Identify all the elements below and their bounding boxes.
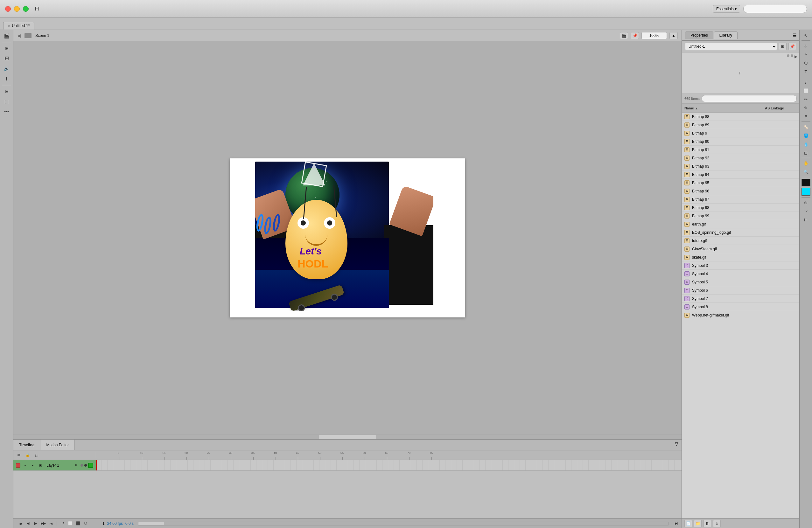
- list-item[interactable]: ⬡Symbol 7: [682, 295, 799, 303]
- first-frame-button[interactable]: ⏮: [17, 520, 24, 527]
- tab-library[interactable]: Library: [714, 31, 738, 39]
- list-item[interactable]: 🖼Bitmap 88: [682, 113, 799, 121]
- dots-icon[interactable]: •••: [1, 107, 12, 116]
- library-delete-button[interactable]: 🗑: [704, 520, 711, 527]
- rect-tool[interactable]: ⬜: [801, 87, 811, 95]
- list-item[interactable]: 🖼EOS_spinning_logo.gif: [682, 229, 799, 237]
- layer-outline-icon[interactable]: ▣: [38, 463, 43, 468]
- list-item[interactable]: 🖼Bitmap 96: [682, 187, 799, 195]
- canvas-horizontal-scrollbar[interactable]: [13, 435, 682, 439]
- layer-eye-icon[interactable]: •: [22, 463, 28, 468]
- eye-toggle-icon[interactable]: 👁: [16, 452, 21, 458]
- text-tool[interactable]: T: [801, 68, 811, 76]
- list-item[interactable]: 🖼Bitmap 95: [682, 179, 799, 187]
- info-icon[interactable]: ℹ: [1, 74, 12, 84]
- panel-expand-icon[interactable]: ▽: [675, 441, 678, 446]
- list-item[interactable]: 🖼future.gif: [682, 237, 799, 245]
- line-tool[interactable]: /: [801, 78, 811, 86]
- library-pin-button[interactable]: 📌: [788, 43, 796, 50]
- outline-icon[interactable]: ⬚: [34, 452, 40, 458]
- grid-icon[interactable]: ⊞: [1, 44, 12, 53]
- deco-tool[interactable]: ⚘: [801, 112, 811, 120]
- playhead[interactable]: [96, 460, 97, 470]
- minimize-button[interactable]: [14, 6, 20, 12]
- loop-button[interactable]: ↺: [59, 520, 66, 527]
- library-document-select[interactable]: Untitled-1: [685, 43, 777, 50]
- back-arrow[interactable]: ◀: [17, 33, 21, 38]
- layer-lock-icon[interactable]: •: [30, 463, 35, 468]
- list-item[interactable]: ⬡Symbol 8: [682, 303, 799, 311]
- list-item[interactable]: 🖼Bitmap 99: [682, 212, 799, 220]
- canvas-viewport[interactable]: Let's HODL: [13, 41, 682, 435]
- global-search-input[interactable]: [743, 5, 807, 13]
- close-button[interactable]: [5, 6, 11, 12]
- list-item[interactable]: 🖼Webp.net-gifmaker.gif: [682, 311, 799, 319]
- transform-icon[interactable]: ⬚: [1, 97, 12, 106]
- tab-properties[interactable]: Properties: [685, 31, 713, 39]
- library-search-input[interactable]: [701, 95, 797, 102]
- zoom-step-up[interactable]: ▲: [669, 32, 678, 39]
- list-item[interactable]: 🖼Bitmap 90: [682, 137, 799, 146]
- list-item[interactable]: 🖼Bitmap 91: [682, 146, 799, 154]
- list-item[interactable]: ⬡Symbol 6: [682, 286, 799, 295]
- camera-icon[interactable]: 🎬: [1, 31, 12, 41]
- brush-tool[interactable]: ✎: [801, 104, 811, 112]
- document-tab[interactable]: × Untitled-1*: [3, 22, 34, 30]
- timeline-scroll-track[interactable]: [138, 522, 669, 526]
- snap-icon[interactable]: ⊟: [1, 87, 12, 96]
- eyedropper-tool[interactable]: 💧: [801, 140, 811, 148]
- tab-timeline[interactable]: Timeline: [13, 440, 40, 450]
- fill-color-swatch[interactable]: [801, 188, 810, 196]
- paint-bucket-tool[interactable]: 🪣: [801, 131, 811, 140]
- transform-tool[interactable]: ⊹: [801, 42, 811, 50]
- snap-to-objects-button[interactable]: ⊕: [801, 199, 811, 207]
- library-new-button[interactable]: 📄: [684, 520, 692, 527]
- select-tool[interactable]: ↖: [801, 31, 811, 40]
- sound-icon[interactable]: 🔊: [1, 64, 12, 73]
- zoom-tool[interactable]: 🔍: [801, 167, 811, 176]
- add-frame-button[interactable]: ⬜: [67, 520, 73, 527]
- list-item[interactable]: 🖼GlowSteem.gif: [682, 245, 799, 253]
- play-button[interactable]: ▶: [32, 520, 39, 527]
- maximize-button[interactable]: [23, 6, 29, 12]
- layer-edit-icon[interactable]: ✏: [73, 463, 79, 468]
- stroke-color-swatch[interactable]: [801, 179, 810, 186]
- library-new-symbol-button[interactable]: ⊞: [779, 43, 786, 50]
- list-item[interactable]: 🖼Bitmap 97: [682, 195, 799, 204]
- timeline-end-button[interactable]: ▶|: [673, 520, 680, 527]
- list-item[interactable]: 🖼Bitmap 89: [682, 121, 799, 129]
- list-item[interactable]: ⬡Symbol 4: [682, 270, 799, 278]
- hand-tool[interactable]: ✋: [801, 159, 811, 167]
- layer-timeline-track[interactable]: [96, 460, 682, 470]
- sort-arrow-icon[interactable]: ▲: [695, 106, 698, 110]
- straighten-button[interactable]: ⊢: [801, 216, 811, 224]
- next-frame-button[interactable]: ▶▶: [40, 520, 46, 527]
- list-item[interactable]: 🖼Bitmap 9: [682, 129, 799, 137]
- add-keyframe-button[interactable]: ⬛: [75, 520, 81, 527]
- prev-frame-button[interactable]: ◀: [25, 520, 31, 527]
- panel-options-icon[interactable]: ☰: [793, 33, 797, 38]
- tab-motion-editor[interactable]: Motion Editor: [40, 440, 75, 450]
- list-item[interactable]: 🖼Bitmap 93: [682, 162, 799, 171]
- library-folder-button[interactable]: 📁: [694, 520, 701, 527]
- library-props-button[interactable]: ℹ: [713, 520, 721, 527]
- list-item[interactable]: 🖼earth.gif: [682, 220, 799, 229]
- tab-close-icon[interactable]: ×: [8, 24, 10, 28]
- onion-skin-button[interactable]: ⬡: [83, 520, 89, 527]
- polystar-tool[interactable]: ⬡: [801, 59, 811, 67]
- pencil-tool[interactable]: ✏: [801, 95, 811, 103]
- lasso-tool[interactable]: ⌖: [801, 50, 811, 59]
- timeline-scroll-thumb[interactable]: [139, 522, 164, 525]
- zoom-input[interactable]: 100%: [641, 32, 667, 39]
- list-item[interactable]: 🖼Bitmap 94: [682, 171, 799, 179]
- last-frame-button[interactable]: ⏭: [48, 520, 54, 527]
- eraser-tool[interactable]: ◻: [801, 148, 811, 157]
- essentials-button[interactable]: Essentials ▾: [713, 5, 740, 13]
- list-item[interactable]: 🖼skate.gif: [682, 253, 799, 262]
- camera-ctrl-icon[interactable]: 🎬: [620, 32, 628, 39]
- list-item[interactable]: ⬡Symbol 5: [682, 278, 799, 286]
- filmstrip-icon[interactable]: 🎞: [1, 54, 12, 63]
- lock-icon[interactable]: 🔒: [25, 452, 31, 458]
- list-item[interactable]: ⬡Symbol 3: [682, 262, 799, 270]
- list-item[interactable]: 🖼Bitmap 92: [682, 154, 799, 162]
